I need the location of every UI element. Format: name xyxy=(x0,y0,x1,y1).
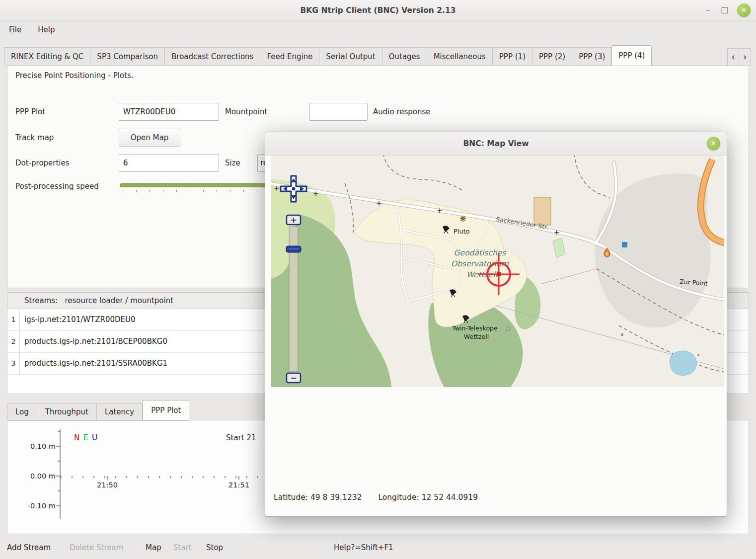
pluto-label: Pluto xyxy=(454,228,470,235)
maximize-button[interactable]: □ xyxy=(716,0,733,21)
menu-bar: File Help xyxy=(0,21,756,39)
start-time-label: Start 21 xyxy=(226,433,256,442)
minimize-button[interactable]: – xyxy=(699,0,716,21)
tab-broadcast-corrections[interactable]: Broadcast Corrections xyxy=(165,47,260,66)
dot-properties-label: Dot-properties xyxy=(15,154,70,172)
help-hint: Help?=Shift+F1 xyxy=(334,538,393,558)
zoom-in-label: + xyxy=(290,215,297,225)
dialog-title: BNC: Map View xyxy=(265,132,727,155)
tab-ppp-3[interactable]: PPP (3) xyxy=(572,47,612,66)
tab-outages[interactable]: Outages xyxy=(382,47,427,66)
bottom-button-bar: Add Stream Delete Stream Map Start Stop … xyxy=(7,538,749,558)
tab-scroll-right[interactable]: › xyxy=(739,48,751,66)
bnc-application-window: BKG Ntrip Client (BNC) Version 2.13 – □ … xyxy=(0,0,756,559)
stream-url: products.igs-ip.net:2101/BCEP00BKG0 xyxy=(24,330,167,352)
close-button[interactable]: ✕ xyxy=(737,3,751,17)
coordinates-readout: Latitude: 49 8 39.1232 Longitude: 12 52 … xyxy=(274,493,478,502)
map-canvas[interactable]: Sackenrieder Str. Pluto Geodätisches Obs… xyxy=(271,156,724,387)
tab-ppp-1[interactable]: PPP (1) xyxy=(493,47,532,66)
longitude-value: Longitude: 12 52 44.0919 xyxy=(378,493,478,502)
viewpoint-star-icon xyxy=(460,216,466,222)
add-stream-button[interactable]: Add Stream xyxy=(7,538,51,558)
blue-marker-icon xyxy=(622,242,627,247)
menu-item-file[interactable]: File xyxy=(2,21,28,39)
window-titlebar[interactable]: BKG Ntrip Client (BNC) Version 2.13 – □ … xyxy=(0,0,756,21)
dialog-titlebar[interactable]: BNC: Map View ✕ xyxy=(265,132,727,156)
post-processing-speed-label: Post-processing speed xyxy=(15,177,99,195)
zoom-out-label: − xyxy=(290,373,297,383)
x-tick-label: 21:50 xyxy=(97,481,118,489)
row-number: 3 xyxy=(7,352,20,374)
menu-item-help[interactable]: Help xyxy=(31,21,62,39)
mountpoint-label: Mountpoint xyxy=(225,103,267,121)
pond xyxy=(670,351,697,376)
tab-serial-output[interactable]: Serial Output xyxy=(319,47,382,66)
tab-log[interactable]: Log xyxy=(7,403,37,421)
latitude-value: Latitude: 49 8 39.1232 xyxy=(274,493,362,502)
stream-url: igs-ip.net:2101/WTZR00DEU0 xyxy=(24,309,136,330)
tab-scroll-buttons: ‹ › xyxy=(727,48,751,66)
legend-e: E xyxy=(83,433,88,442)
ppp-plot-label: PPP Plot xyxy=(15,103,45,121)
telescope-label: Wettzell xyxy=(464,333,489,340)
open-map-button[interactable]: Open Map xyxy=(119,129,180,147)
tab-scroll-left[interactable]: ‹ xyxy=(727,48,739,66)
stop-button[interactable]: Stop xyxy=(206,538,223,558)
tab-ppp-plot[interactable]: PPP Plot xyxy=(143,400,189,421)
panel-description: Precise Point Positioning - Plots. xyxy=(15,70,134,81)
dot-properties-input[interactable] xyxy=(119,154,219,172)
legend-n: N xyxy=(74,433,79,442)
legend-u: U xyxy=(92,433,97,442)
y-tick-label: -0.10 m xyxy=(28,502,56,510)
dialog-close-button[interactable]: ✕ xyxy=(707,137,720,150)
large-building xyxy=(534,197,551,225)
window-title: BKG Ntrip Client (BNC) Version 2.13 xyxy=(0,0,756,21)
x-tick-label: 21:51 xyxy=(228,481,249,489)
log-tab-bar: Log Throughput Latency PPP Plot xyxy=(7,401,189,421)
start-button: Start xyxy=(173,538,192,558)
row-number: 1 xyxy=(7,309,20,330)
audio-response-label: Audio response xyxy=(373,103,431,121)
size-label: Size xyxy=(225,154,240,172)
main-tab-bar: RINEX Editing & QC SP3 Comparison Broadc… xyxy=(4,46,652,66)
track-map-label: Track map xyxy=(15,129,54,147)
ppp-plot-input[interactable] xyxy=(119,103,219,121)
y-tick-label: 0.00 m xyxy=(30,472,56,480)
tab-throughput[interactable]: Throughput xyxy=(37,403,97,421)
tab-feed-engine[interactable]: Feed Engine xyxy=(260,47,319,66)
tab-miscellaneous[interactable]: Miscellaneous xyxy=(427,47,493,66)
row-number: 2 xyxy=(7,330,20,352)
delete-stream-button: Delete Stream xyxy=(70,538,123,558)
tab-ppp-2[interactable]: PPP (2) xyxy=(532,47,572,66)
tab-latency[interactable]: Latency xyxy=(97,403,143,421)
y-tick-label: 0.10 m xyxy=(30,442,56,450)
openstreetmap-view[interactable]: Sackenrieder Str. Pluto Geodätisches Obs… xyxy=(271,156,724,387)
tab-ppp-4[interactable]: PPP (4) xyxy=(611,45,652,66)
map-button[interactable]: Map xyxy=(146,538,161,558)
map-view-dialog: BNC: Map View ✕ xyxy=(265,132,727,517)
telescope-label: Twin-Teleskope xyxy=(452,324,498,332)
tab-rinex-editing[interactable]: RINEX Editing & QC xyxy=(4,47,90,66)
marker-square xyxy=(621,333,623,336)
mountpoint-input[interactable] xyxy=(309,103,368,121)
stream-url: products.igs-ip.net:2101/SSRA00BKG1 xyxy=(24,352,167,374)
marker-square xyxy=(697,354,699,356)
tab-sp3-comparison[interactable]: SP3 Comparison xyxy=(90,47,165,66)
